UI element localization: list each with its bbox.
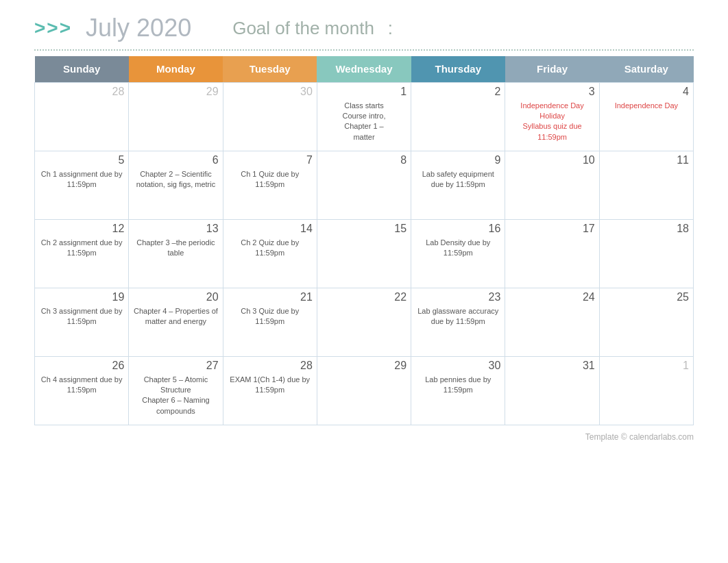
date-number: 4 [604, 86, 689, 98]
day-header-row: Sunday Monday Tuesday Wednesday Thursday… [35, 56, 694, 82]
date-number: 9 [415, 154, 500, 166]
calendar-cell: 29 [129, 82, 223, 151]
calendar-cell: 30Lab pennies due by 11:59pm [411, 356, 505, 425]
calendar-cell: 10 [505, 151, 599, 219]
calendar-cell: 16Lab Density due by 11:59pm [411, 219, 505, 288]
header-wednesday: Wednesday [317, 56, 411, 82]
date-number: 11 [604, 154, 689, 166]
date-number: 28 [228, 360, 313, 372]
date-number: 10 [509, 154, 594, 166]
date-number: 31 [509, 360, 594, 372]
cell-content: Chapter 2 – Scientific notation, sig fig… [133, 169, 218, 190]
calendar-cell: 9Lab safety equipment due by 11:59pm [411, 151, 505, 219]
date-number: 30 [415, 360, 500, 372]
date-number: 1 [604, 360, 689, 372]
date-number: 17 [509, 223, 594, 235]
cell-content: Independence Day HolidaySyllabus quiz du… [509, 101, 594, 143]
header-tuesday: Tuesday [223, 56, 317, 82]
calendar-cell: 21Ch 3 Quiz due by 11:59pm [223, 288, 317, 356]
date-number: 2 [415, 86, 500, 98]
nav-arrows[interactable]: >>> [34, 17, 72, 39]
cell-content: Lab safety equipment due by 11:59pm [415, 169, 500, 190]
cell-content: Lab glassware accuracy due by 11:59pm [415, 306, 500, 327]
calendar-cell: 26Ch 4 assignment due by 11:59pm [35, 356, 129, 425]
cell-content: Ch 2 assignment due by 11:59pm [39, 238, 124, 259]
cell-content: Lab pennies due by 11:59pm [415, 375, 500, 396]
date-number: 8 [321, 154, 407, 166]
cell-content: Ch 4 assignment due by 11:59pm [39, 375, 124, 396]
header-saturday: Saturday [599, 56, 693, 82]
cell-content: Independence Day [604, 101, 689, 111]
calendar-table: Sunday Monday Tuesday Wednesday Thursday… [34, 56, 694, 425]
calendar-cell: 8 [317, 151, 411, 219]
calendar-cell: 13Chapter 3 –the periodic table [129, 219, 223, 288]
calendar-cell: 1Class startsCourse intro,Chapter 1 –mat… [317, 82, 411, 151]
calendar-row: 12Ch 2 assignment due by 11:59pm13Chapte… [35, 219, 694, 288]
calendar-cell: 20Chapter 4 – Properties of matter and e… [129, 288, 223, 356]
date-number: 29 [321, 360, 407, 372]
date-number: 6 [133, 154, 218, 166]
dotted-divider [34, 49, 694, 51]
cell-content: EXAM 1(Ch 1-4) due by 11:59pm [228, 375, 313, 396]
calendar-cell: 19Ch 3 assignment due by 11:59pm [35, 288, 129, 356]
calendar-cell: 17 [505, 219, 599, 288]
calendar-cell: 31 [505, 356, 599, 425]
date-number: 30 [228, 86, 313, 98]
calendar-cell: 6Chapter 2 – Scientific notation, sig fi… [129, 151, 223, 219]
calendar-cell: 25 [599, 288, 693, 356]
calendar-cell: 5Ch 1 assignment due by 11:59pm [35, 151, 129, 219]
date-number: 29 [133, 86, 218, 98]
cell-content: Ch 1 assignment due by 11:59pm [39, 169, 124, 190]
calendar-cell: 12Ch 2 assignment due by 11:59pm [35, 219, 129, 288]
header-friday: Friday [505, 56, 599, 82]
calendar-cell: 29 [317, 356, 411, 425]
date-number: 23 [415, 291, 500, 303]
date-number: 16 [415, 223, 500, 235]
calendar-cell: 1 [599, 356, 693, 425]
date-number: 7 [228, 154, 313, 166]
date-number: 24 [509, 291, 594, 303]
cell-content: Ch 1 Quiz due by 11:59pm [228, 169, 313, 190]
calendar-cell: 14Ch 2 Quiz due by 11:59pm [223, 219, 317, 288]
page-container: >>> July 2020 Goal of the month : Sunday… [0, 0, 728, 455]
date-number: 3 [509, 86, 594, 98]
calendar-cell: 18 [599, 219, 693, 288]
calendar-cell: 4Independence Day [599, 82, 693, 151]
calendar-cell: 15 [317, 219, 411, 288]
calendar-cell: 11 [599, 151, 693, 219]
goal-section: Goal of the month : [232, 18, 694, 39]
date-number: 13 [133, 223, 218, 235]
cell-content: Class startsCourse intro,Chapter 1 –matt… [321, 101, 407, 143]
date-number: 21 [228, 291, 313, 303]
date-number: 5 [39, 154, 124, 166]
date-number: 25 [604, 291, 689, 303]
date-number: 22 [321, 291, 407, 303]
calendar-cell: 28EXAM 1(Ch 1-4) due by 11:59pm [223, 356, 317, 425]
calendar-cell: 28 [35, 82, 129, 151]
header-thursday: Thursday [411, 56, 505, 82]
date-number: 19 [39, 291, 124, 303]
date-number: 1 [321, 86, 407, 98]
cell-content: Chapter 3 –the periodic table [133, 238, 218, 259]
calendar-row: 19Ch 3 assignment due by 11:59pm20Chapte… [35, 288, 694, 356]
date-number: 18 [604, 223, 689, 235]
calendar-cell: 3Independence Day HolidaySyllabus quiz d… [505, 82, 599, 151]
cell-content: Ch 3 Quiz due by 11:59pm [228, 306, 313, 327]
header-monday: Monday [129, 56, 223, 82]
calendar-row: 26Ch 4 assignment due by 11:59pm27Chapte… [35, 356, 694, 425]
cell-content: Chapter 5 – Atomic StructureChapter 6 – … [133, 375, 218, 417]
goal-colon: : [388, 18, 393, 39]
calendar-cell: 24 [505, 288, 599, 356]
calendar-cell: 23Lab glassware accuracy due by 11:59pm [411, 288, 505, 356]
cell-content: Ch 2 Quiz due by 11:59pm [228, 238, 313, 259]
header: >>> July 2020 Goal of the month : [34, 14, 694, 42]
cell-content: Lab Density due by 11:59pm [415, 238, 500, 259]
header-sunday: Sunday [35, 56, 129, 82]
date-number: 15 [321, 223, 407, 235]
date-number: 14 [228, 223, 313, 235]
calendar-cell: 30 [223, 82, 317, 151]
date-number: 27 [133, 360, 218, 372]
footer: Template © calendarlabs.com [34, 432, 694, 442]
calendar-cell: 2 [411, 82, 505, 151]
cell-content: Ch 3 assignment due by 11:59pm [39, 306, 124, 327]
